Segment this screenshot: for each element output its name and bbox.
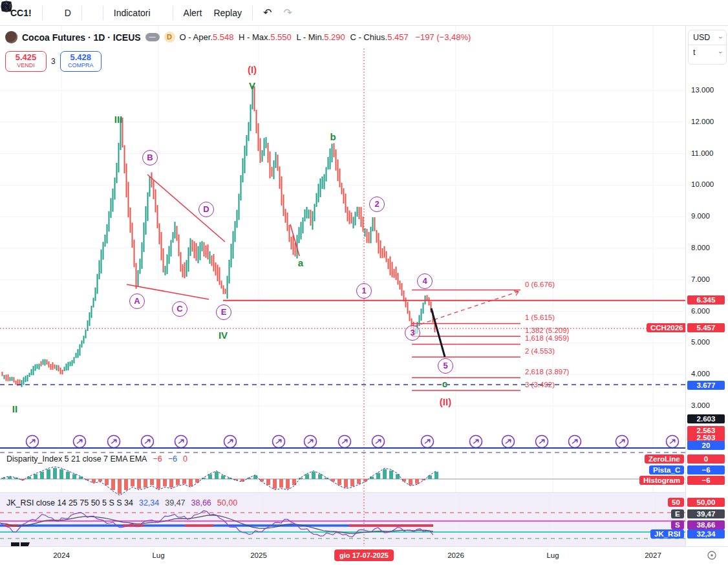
redo-button[interactable]: ↷ [278, 4, 297, 21]
wave-circle-label[interactable]: B [142, 150, 158, 165]
session-marker-icon[interactable] [142, 436, 154, 448]
ohlc-item: C - Chius.5.457 [350, 32, 411, 42]
projection-dashed-line[interactable] [414, 292, 519, 326]
crosshair-date-badge: gio 17-07-2025 [334, 549, 394, 561]
session-marker-icon[interactable] [224, 436, 237, 448]
histogram-bar [428, 475, 432, 479]
session-marker-icon[interactable] [108, 436, 120, 448]
histogram-bar [409, 479, 412, 485]
price-axis[interactable]: USD› t› 13.00012.00011.00010.0009.0008.0… [685, 26, 728, 546]
session-marker-icon[interactable] [422, 436, 434, 448]
wave-label-green[interactable]: b [330, 131, 336, 142]
alert-button[interactable]: Alert [178, 5, 208, 21]
fib-level-label[interactable]: 1 (5.615) [525, 314, 555, 321]
session-marker-icon[interactable] [273, 436, 285, 448]
indicator-value-badge: −6 [687, 465, 725, 474]
histogram-bar [137, 479, 141, 489]
histogram-bar [105, 479, 109, 485]
session-marker-icon[interactable] [175, 436, 187, 448]
fib-level-label[interactable]: 1,382 (5.209) [525, 326, 569, 334]
histogram-bar [92, 479, 96, 483]
session-marker-icon[interactable] [339, 436, 351, 448]
indicator-value-badge: 50,00 [687, 498, 725, 507]
ohlc-values: O - Aper.5.548 H - Max.5.550 L - Min.5.2… [180, 32, 411, 42]
symbol-title: Cocoa Futures · 1D · ICEUS [22, 32, 141, 43]
session-marker-icon[interactable] [470, 436, 482, 448]
disparity-title: Disparity_Index 5 21 close 7 EMA EMA [6, 454, 147, 464]
wave-circle-label[interactable]: 2 [369, 197, 385, 212]
unit-selector[interactable]: t› [689, 45, 726, 59]
wave-circle-label[interactable]: 3 [405, 325, 420, 341]
wave-label-green[interactable]: a [298, 257, 303, 268]
wave-circle-label[interactable]: 5 [438, 358, 453, 374]
wave-label-green[interactable]: V [249, 80, 255, 91]
buy-button[interactable]: 5.428 COMPRA [60, 51, 102, 72]
undo-button[interactable]: ↶ [258, 4, 277, 21]
symbol-header[interactable]: Cocoa Futures · 1D · ICEUS — D O - Aper.… [5, 31, 471, 43]
histogram-bar [47, 469, 50, 479]
toolbar-separator [42, 6, 43, 20]
wave-circle-label[interactable]: E [216, 304, 231, 320]
wave-circle-label[interactable]: 4 [417, 273, 433, 289]
indicator-value: −6 [153, 454, 162, 464]
session-marker-icon[interactable] [569, 436, 581, 448]
wave-circle-label[interactable]: A [129, 293, 145, 309]
quantity-value[interactable]: 3 [51, 57, 56, 66]
wave-label-green[interactable]: III [114, 114, 123, 125]
histogram-bar [163, 479, 167, 486]
fib-level-label[interactable]: 3 (3.492) [525, 381, 555, 389]
wave-label-green[interactable]: II [12, 403, 17, 414]
histogram-bar [318, 474, 322, 479]
compare-add-button[interactable] [48, 10, 58, 16]
wave-label-red[interactable]: (II) [440, 396, 451, 407]
wave-label-red[interactable]: (I) [248, 64, 257, 75]
histogram-bar [8, 476, 12, 479]
session-marker-icon[interactable] [616, 436, 628, 448]
price-tick: 7.000 [691, 275, 710, 283]
histogram-bar [266, 479, 270, 485]
fib-level-label[interactable]: 1,618 (4.959) [525, 334, 569, 342]
chart-style-button[interactable] [87, 10, 98, 16]
session-marker-icon[interactable] [74, 436, 86, 448]
interval-button[interactable]: D [59, 5, 76, 21]
axis-settings-box[interactable]: USD› t› [688, 30, 727, 65]
wave-label-green[interactable]: c [442, 378, 447, 389]
replay-button[interactable]: Replay [208, 5, 247, 21]
wave-label-green[interactable]: IV [219, 330, 228, 341]
hide-legend-pill[interactable]: — [145, 33, 160, 41]
histogram-bar [72, 474, 76, 479]
histogram-bar [34, 474, 37, 479]
indicators-button[interactable]: Indicatori [109, 5, 156, 21]
toolbar-separator [103, 6, 103, 20]
time-tick: Lug [546, 551, 559, 559]
symbol-label: CC1! [10, 8, 32, 18]
session-marker-icon[interactable] [502, 436, 515, 448]
jkrsi-legend[interactable]: JK_RSI close 14 25 75 50 5 S S 34 32,343… [6, 498, 237, 507]
wave-circle-label[interactable]: D [198, 202, 214, 217]
trendline[interactable] [431, 308, 445, 357]
top-toolbar: CC1! D Indicatori [0, 0, 728, 26]
wave-circle-label[interactable]: 1 [356, 283, 372, 299]
layout-templates-button[interactable] [157, 10, 167, 16]
buy-price: 5.428 [61, 53, 101, 62]
session-marker-icon[interactable] [372, 436, 385, 448]
session-marker-icon[interactable] [536, 436, 548, 448]
histogram-bar [98, 479, 102, 482]
currency-selector[interactable]: USD› [689, 30, 726, 45]
disparity-legend[interactable]: Disparity_Index 5 21 close 7 EMA EMA −6−… [6, 454, 187, 464]
session-marker-icon[interactable] [305, 436, 317, 448]
ohlc-item: H - Max.5.550 [239, 32, 294, 42]
timezone-settings-icon[interactable] [707, 550, 717, 560]
fib-level-label[interactable]: 2 (4.553) [525, 347, 555, 355]
toolbar-separator [173, 6, 173, 20]
jkrsi-title: JK_RSI close 14 25 75 50 5 S S 34 [6, 498, 133, 507]
wave-circle-label[interactable]: C [172, 301, 187, 317]
chart-canvas[interactable] [0, 0, 728, 565]
histogram-bar [1, 478, 5, 479]
session-marker-icon[interactable] [667, 436, 679, 448]
time-axis[interactable]: 2024Lug20252026Lug2027gio 17-07-2025 [0, 546, 728, 565]
session-marker-icon[interactable] [27, 436, 39, 448]
fib-level-label[interactable]: 2,618 (3.897) [525, 368, 569, 376]
fib-level-label[interactable]: 0 (6.676) [525, 281, 555, 288]
sell-button[interactable]: 5.425 VENDI [5, 51, 47, 72]
